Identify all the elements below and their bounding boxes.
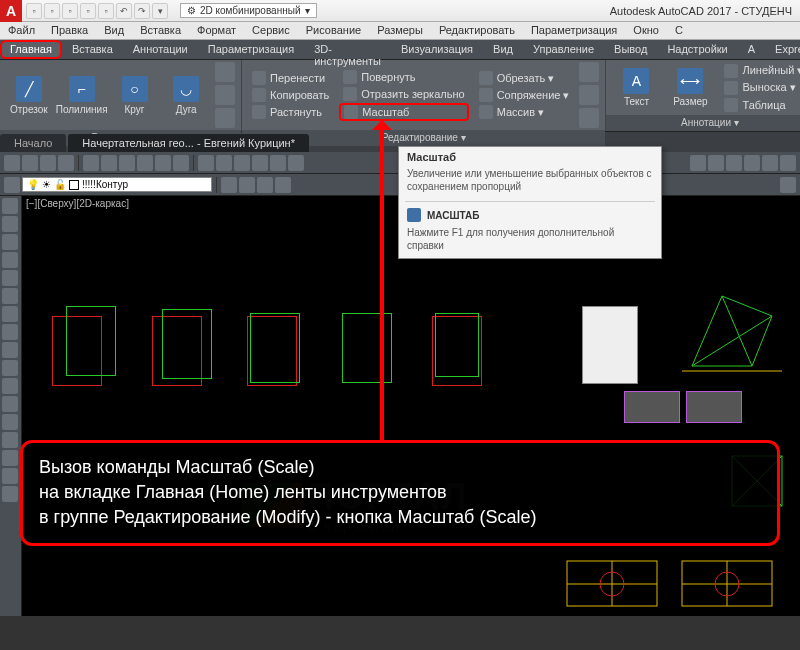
lt-icon[interactable] (2, 198, 18, 214)
table-button[interactable]: Таблица (720, 97, 800, 113)
text-button[interactable]: AТекст (612, 68, 660, 107)
stretch-button[interactable]: Растянуть (248, 104, 333, 120)
menu-modify[interactable]: Редактировать (431, 22, 523, 39)
tb-icon[interactable] (101, 155, 117, 171)
lt-icon[interactable] (2, 414, 18, 430)
tb-icon[interactable] (239, 177, 255, 193)
menu-file[interactable]: Файл (0, 22, 43, 39)
tb-icon[interactable] (257, 177, 273, 193)
tb-icon[interactable] (198, 155, 214, 171)
qat-save-icon[interactable]: ▫ (62, 3, 78, 19)
modify-extra-2-icon[interactable] (579, 85, 599, 105)
menu-view[interactable]: Вид (96, 22, 132, 39)
tab-drawing[interactable]: Начертательная гео... - Евгений Курицин* (68, 134, 309, 152)
dimension-button[interactable]: ⟷Размер (666, 68, 714, 107)
tb-icon[interactable] (780, 177, 796, 193)
polyline-button[interactable]: ⌐Полилиния (58, 76, 106, 115)
tb-icon[interactable] (137, 155, 153, 171)
lt-icon[interactable] (2, 288, 18, 304)
tb-icon[interactable] (119, 155, 135, 171)
tb-icon[interactable] (275, 177, 291, 193)
layer-props-icon[interactable] (4, 177, 20, 193)
lt-icon[interactable] (2, 234, 18, 250)
tb-icon[interactable] (83, 155, 99, 171)
modify-extra-1-icon[interactable] (579, 62, 599, 82)
tb-icon[interactable] (690, 155, 706, 171)
menu-format[interactable]: Формат (189, 22, 244, 39)
ribbon-tab-express[interactable]: Express (765, 40, 800, 59)
lt-icon[interactable] (2, 450, 18, 466)
menu-edit[interactable]: Правка (43, 22, 96, 39)
menu-help[interactable]: С (667, 22, 691, 39)
layer-dropdown[interactable]: 💡 ☀ 🔓 !!!!!Контур (22, 177, 212, 192)
drawing-canvas[interactable]: [−][Сверху][2D-каркас] ПОРТАЛо черчении (22, 196, 800, 616)
ribbon-tab-home[interactable]: Главная (0, 40, 62, 59)
qat-plot-icon[interactable]: ▫ (98, 3, 114, 19)
modify-extra-3-icon[interactable] (579, 108, 599, 128)
array-button[interactable]: Массив ▾ (475, 104, 574, 120)
ribbon-tab-insert[interactable]: Вставка (62, 40, 123, 59)
mirror-button[interactable]: Отразить зеркально (339, 86, 468, 102)
scale-button[interactable]: Масштаб (339, 103, 468, 121)
lt-icon[interactable] (2, 342, 18, 358)
draw-extra-3-icon[interactable] (215, 108, 235, 128)
linear-dim-button[interactable]: Линейный ▾ (720, 63, 800, 79)
menu-parametric[interactable]: Параметризация (523, 22, 625, 39)
workspace-switcher[interactable]: ⚙ 2D комбинированный ▾ (180, 3, 317, 18)
draw-extra-1-icon[interactable] (215, 62, 235, 82)
tb-icon[interactable] (726, 155, 742, 171)
lt-icon[interactable] (2, 396, 18, 412)
panel-annotate-label[interactable]: Аннотации ▾ (606, 115, 800, 131)
qat-undo-icon[interactable]: ↶ (116, 3, 132, 19)
ribbon-tab-addins[interactable]: Надстройки (657, 40, 737, 59)
tab-start[interactable]: Начало (0, 134, 66, 152)
tb-icon[interactable] (234, 155, 250, 171)
lt-icon[interactable] (2, 324, 18, 340)
tb-icon[interactable] (270, 155, 286, 171)
ribbon-tab-parametric[interactable]: Параметризация (198, 40, 304, 59)
qat-redo-icon[interactable]: ↷ (134, 3, 150, 19)
ribbon-tab-annotate[interactable]: Аннотации (123, 40, 198, 59)
leader-button[interactable]: Выноска ▾ (720, 80, 800, 96)
tb-icon[interactable] (288, 155, 304, 171)
lt-icon[interactable] (2, 360, 18, 376)
qat-new-icon[interactable]: ▫ (26, 3, 42, 19)
lt-icon[interactable] (2, 306, 18, 322)
copy-button[interactable]: Копировать (248, 87, 333, 103)
tb-icon[interactable] (744, 155, 760, 171)
fillet-button[interactable]: Сопряжение ▾ (475, 87, 574, 103)
tb-icon[interactable] (216, 155, 232, 171)
menu-dimension[interactable]: Размеры (369, 22, 431, 39)
tb-icon[interactable] (252, 155, 268, 171)
ribbon-tab-manage[interactable]: Управление (523, 40, 604, 59)
qat-open-icon[interactable]: ▫ (44, 3, 60, 19)
tb-icon[interactable] (4, 155, 20, 171)
qat-more-icon[interactable]: ▾ (152, 3, 168, 19)
move-button[interactable]: Перенести (248, 70, 333, 86)
rotate-button[interactable]: Повернуть (339, 69, 468, 85)
lt-icon[interactable] (2, 378, 18, 394)
lt-icon[interactable] (2, 468, 18, 484)
ribbon-tab-output[interactable]: Вывод (604, 40, 657, 59)
lt-icon[interactable] (2, 270, 18, 286)
line-button[interactable]: ╱Отрезок (6, 76, 52, 115)
menu-insert[interactable]: Вставка (132, 22, 189, 39)
tb-icon[interactable] (155, 155, 171, 171)
trim-button[interactable]: Обрезать ▾ (475, 70, 574, 86)
menu-window[interactable]: Окно (625, 22, 667, 39)
tb-icon[interactable] (780, 155, 796, 171)
tb-icon[interactable] (221, 177, 237, 193)
menu-tools[interactable]: Сервис (244, 22, 298, 39)
ribbon-tab-3dtools[interactable]: 3D-инструменты (304, 40, 391, 59)
viewport-label[interactable]: [−][Сверху][2D-каркас] (26, 198, 129, 209)
tb-icon[interactable] (58, 155, 74, 171)
lt-icon[interactable] (2, 216, 18, 232)
tb-icon[interactable] (22, 155, 38, 171)
ribbon-tab-a360[interactable]: A (738, 40, 765, 59)
ribbon-tab-visualize[interactable]: Визуализация (391, 40, 483, 59)
menu-draw[interactable]: Рисование (298, 22, 369, 39)
lt-icon[interactable] (2, 252, 18, 268)
arc-button[interactable]: ◡Дуга (163, 76, 209, 115)
tb-icon[interactable] (762, 155, 778, 171)
ribbon-tab-view[interactable]: Вид (483, 40, 523, 59)
